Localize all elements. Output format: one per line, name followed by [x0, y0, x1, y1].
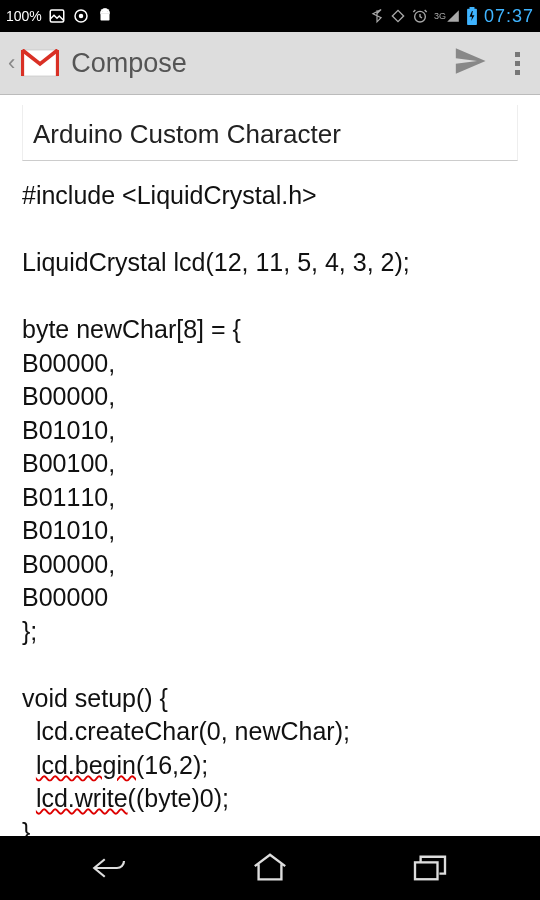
spellcheck-underline: lcd.begin [36, 751, 136, 779]
nav-back-button[interactable] [70, 848, 150, 888]
back-chevron-icon[interactable]: ‹ [8, 50, 15, 76]
status-left: 100% [6, 7, 114, 25]
clock: 07:37 [484, 6, 534, 27]
rotate-icon [390, 8, 406, 24]
compose-content: Arduino Custom Character #include <Liqui… [0, 95, 540, 900]
target-icon [72, 7, 90, 25]
svg-rect-7 [469, 7, 474, 9]
nav-bar [0, 836, 540, 900]
nav-home-button[interactable] [230, 848, 310, 888]
app-bar-left[interactable]: ‹ Compose [8, 48, 187, 79]
alarm-icon [412, 8, 428, 24]
battery-percentage: 100% [6, 8, 42, 24]
svg-point-2 [79, 15, 82, 18]
status-bar: 100% 3G 07:37 [0, 0, 540, 32]
network-label: 3G [434, 11, 446, 21]
nav-recent-button[interactable] [390, 848, 470, 888]
android-icon [96, 7, 114, 25]
send-icon[interactable] [453, 44, 487, 82]
app-title: Compose [71, 48, 187, 79]
bluetooth-icon [370, 7, 384, 25]
body-field[interactable]: #include <LiquidCrystal.h> LiquidCrystal… [22, 179, 518, 900]
spellcheck-underline: lcd.write [36, 784, 128, 812]
svg-rect-4 [392, 10, 403, 21]
app-bar: ‹ Compose [0, 32, 540, 95]
app-bar-right [453, 44, 532, 82]
more-icon[interactable] [515, 52, 520, 75]
image-icon [48, 7, 66, 25]
status-right: 3G 07:37 [370, 6, 534, 27]
subject-field[interactable]: Arduino Custom Character [22, 105, 518, 161]
battery-icon [466, 7, 478, 25]
svg-rect-3 [100, 14, 109, 21]
svg-rect-9 [415, 862, 438, 879]
network-icon: 3G [434, 9, 460, 23]
gmail-icon[interactable] [21, 49, 59, 77]
